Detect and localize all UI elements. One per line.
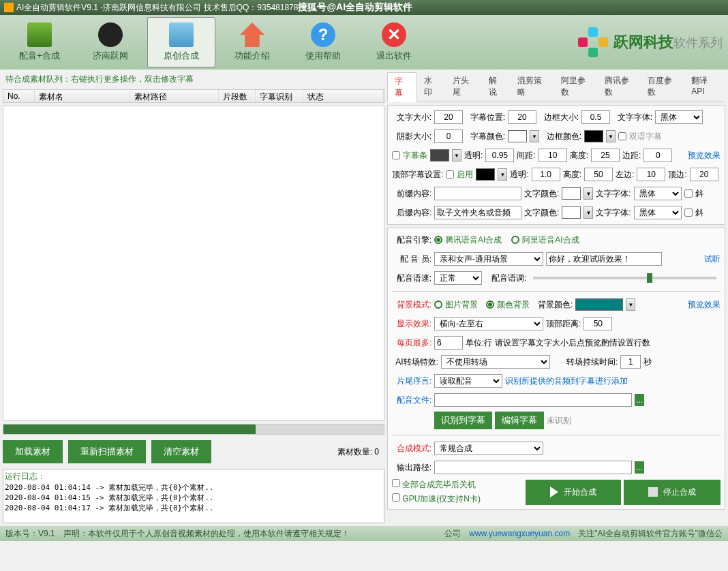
tb-jinan[interactable]: 济南跃网 [76, 17, 145, 67]
dropdown-icon[interactable]: ▼ [606, 130, 616, 142]
log-panel: 运行日志： 2020-08-04 01:04:14 -> 素材加载完毕，共{0}… [3, 469, 384, 523]
bilingual-check[interactable] [618, 132, 626, 140]
right-panel: 字幕 水印 片头尾 解说 混剪策略 阿里参数 腾讯参数 百度参数 翻译API 文… [387, 72, 725, 523]
home-icon [240, 22, 264, 47]
brand-logo-icon [578, 27, 608, 57]
tab-ali[interactable]: 阿里参数 [554, 72, 598, 102]
rescan-button[interactable]: 重新扫描素材 [68, 440, 146, 463]
top-enable-check[interactable] [446, 170, 454, 179]
browse-output-button[interactable]: ... [635, 461, 644, 474]
bar-check[interactable] [392, 151, 400, 159]
company-url[interactable]: www.yuewangxueyuan.com [469, 529, 570, 538]
dropdown-icon[interactable]: ▼ [530, 130, 539, 142]
prefix-color[interactable] [562, 187, 581, 200]
col-path[interactable]: 素材路径 [130, 90, 219, 102]
maxrow-input[interactable] [434, 336, 463, 350]
load-material-button[interactable]: 加载素材 [3, 440, 63, 463]
sample-input[interactable] [546, 252, 662, 266]
suffix-color[interactable] [562, 206, 581, 219]
main-toolbar: 配音+合成 济南跃网 原创合成 功能介绍 ?使用帮助 ✕退出软件 跃网科技软件系… [0, 15, 728, 70]
top-left-input[interactable] [637, 168, 665, 181]
prefix-italic[interactable] [684, 189, 693, 198]
tb-exit[interactable]: ✕退出软件 [360, 17, 428, 67]
col-status[interactable]: 状态 [303, 90, 384, 102]
bg-image-radio[interactable] [434, 300, 442, 309]
border-size-input[interactable] [581, 110, 610, 124]
pitch-slider[interactable] [533, 277, 716, 279]
alpha-input[interactable] [485, 149, 514, 162]
tail-select[interactable]: 读取配音 [434, 374, 502, 388]
col-name[interactable]: 素材名 [35, 90, 130, 102]
col-subtitle[interactable]: 字幕识别 [256, 90, 303, 102]
material-table[interactable] [3, 106, 384, 421]
subtitle-pos-input[interactable] [508, 110, 536, 124]
col-segments[interactable]: 片段数 [219, 90, 256, 102]
log-title: 运行日志： [5, 471, 382, 482]
top-alpha-input[interactable] [532, 168, 560, 181]
suffix-input[interactable] [434, 206, 521, 219]
tab-subtitle[interactable]: 字幕 [387, 72, 417, 102]
tab-tencent[interactable]: 腾讯参数 [598, 72, 641, 102]
shutdown-check[interactable] [392, 479, 400, 487]
engine-tencent-radio[interactable] [434, 236, 442, 244]
dropdown-icon[interactable]: ▼ [452, 149, 461, 161]
tab-mix[interactable]: 混剪策略 [511, 72, 554, 102]
gap-input[interactable] [539, 149, 567, 162]
voice-select[interactable]: 亲和女声-通用场景 [434, 252, 543, 266]
font-select[interactable]: 黑体 [655, 110, 703, 124]
material-count: 素材数量: 0 [337, 446, 384, 458]
film-icon [27, 22, 52, 47]
transition-select[interactable]: 不使用转场 [441, 355, 550, 369]
dropdown-icon[interactable]: ▼ [583, 187, 593, 200]
border-color[interactable] [584, 130, 603, 142]
col-no[interactable]: No. [3, 90, 35, 102]
start-button[interactable]: 开始合成 [526, 480, 621, 505]
voice-panel: 配音引擎: 腾讯语音AI合成 阿里语音AI合成 配 音 员:亲和女声-通用场景 … [387, 228, 725, 510]
topdist-input[interactable] [583, 317, 612, 330]
suffix-font[interactable]: 黑体 [634, 206, 682, 219]
top-color[interactable] [476, 168, 495, 181]
speed-select[interactable]: 正常 [434, 271, 482, 285]
tb-audio-compose[interactable]: 配音+合成 [5, 17, 74, 67]
dropdown-icon[interactable]: ▼ [498, 168, 507, 181]
subtitle-color[interactable] [508, 130, 527, 142]
display-select[interactable]: 横向-左至右 [434, 317, 543, 330]
engine-ali-radio[interactable] [511, 236, 519, 244]
prefix-input[interactable] [434, 187, 521, 200]
output-path-input[interactable] [434, 461, 632, 474]
font-size-input[interactable] [434, 110, 463, 124]
height-input[interactable] [591, 149, 620, 162]
top-margin-input[interactable] [690, 168, 718, 181]
tb-original-compose[interactable]: 原创合成 [147, 17, 215, 67]
mode-select[interactable]: 常规合成 [434, 442, 543, 455]
tb-help[interactable]: ?使用帮助 [289, 17, 357, 67]
edit-subtitle-button[interactable]: 编辑字幕 [495, 412, 544, 429]
prefix-font[interactable]: 黑体 [634, 187, 682, 200]
recognize-button[interactable]: 识别到字幕 [434, 412, 492, 429]
browse-button[interactable]: ... [635, 394, 644, 406]
test-link[interactable]: 试听 [704, 253, 721, 265]
dropdown-icon[interactable]: ▼ [626, 298, 635, 311]
preview-link[interactable]: 预览效果 [688, 299, 721, 311]
tab-translate[interactable]: 翻译API [684, 72, 725, 102]
top-height-input[interactable] [584, 168, 613, 181]
clear-button[interactable]: 清空素材 [151, 440, 211, 463]
preview-link[interactable]: 预览效果 [688, 150, 721, 161]
tab-baidu[interactable]: 百度参数 [641, 72, 684, 102]
tab-narration[interactable]: 解说 [482, 72, 511, 102]
audio-path-input[interactable] [434, 393, 632, 407]
dropdown-icon[interactable]: ▼ [583, 206, 593, 219]
tb-features[interactable]: 功能介绍 [218, 17, 286, 67]
edge-input[interactable] [643, 149, 672, 162]
bg-color-radio[interactable] [486, 300, 494, 309]
shadow-input[interactable] [434, 129, 463, 143]
stop-button[interactable]: 停止合成 [624, 480, 721, 505]
bar-color[interactable] [430, 149, 449, 161]
bg-color-box[interactable] [575, 298, 623, 311]
suffix-italic[interactable] [684, 209, 693, 217]
tab-watermark[interactable]: 水印 [417, 72, 446, 102]
gpu-check[interactable] [392, 493, 400, 501]
duration-input[interactable] [620, 355, 641, 369]
h-scrollbar[interactable] [3, 424, 384, 435]
tab-headtail[interactable]: 片头尾 [446, 72, 482, 102]
